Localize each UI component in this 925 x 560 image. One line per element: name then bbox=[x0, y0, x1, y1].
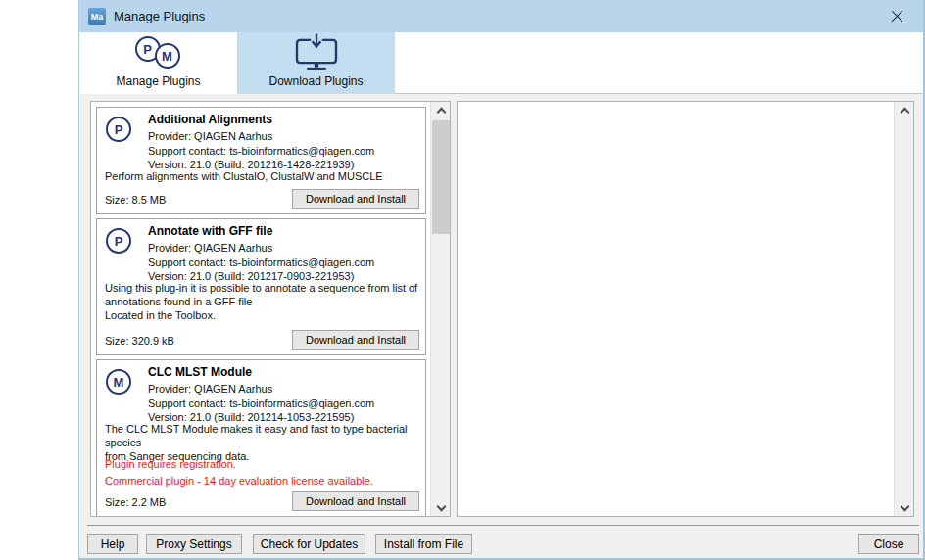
footer-separator bbox=[87, 525, 919, 526]
download-monitor-icon bbox=[293, 32, 340, 70]
manage-plugins-pm-icon: P M bbox=[135, 36, 182, 70]
plugin-list-scrollbar[interactable] bbox=[430, 102, 450, 516]
plugin-list-panel: P Additional Alignments Provider: QIAGEN… bbox=[90, 101, 451, 517]
description-line: Perform alignments with ClustalO, Clusta… bbox=[105, 169, 383, 183]
chevron-up-icon bbox=[436, 107, 446, 117]
description-line: The CLC MLST Module makes it easy and fa… bbox=[105, 422, 425, 449]
tab-label: Download Plugins bbox=[268, 74, 363, 88]
plugin-provider: Provider: QIAGEN Aarhus bbox=[148, 129, 374, 144]
plugin-detail-panel bbox=[457, 101, 914, 517]
tab-manage-plugins[interactable]: P M Manage Plugins bbox=[79, 32, 238, 94]
scroll-up-button[interactable] bbox=[895, 102, 914, 118]
plugin-description: Perform alignments with ClustalO, Clusta… bbox=[105, 169, 383, 183]
plugin-description: Using this plug-in it is possible to ann… bbox=[105, 281, 417, 322]
registration-notice: Plugin requires registration. bbox=[105, 456, 373, 473]
description-line: Located in the Toolbox. bbox=[105, 308, 417, 322]
app-icon: Ma bbox=[88, 8, 106, 25]
titlebar: Ma Manage Plugins bbox=[79, 0, 923, 32]
help-button[interactable]: Help bbox=[87, 534, 138, 554]
description-line: annotations found in a GFF file bbox=[105, 295, 417, 308]
plugin-support: Support contact: ts-bioinformatics@qiage… bbox=[148, 397, 374, 411]
manage-plugins-dialog: Ma Manage Plugins P M Manage Plugins Dow… bbox=[78, 0, 925, 560]
scroll-down-button[interactable] bbox=[431, 499, 451, 516]
plugin-p-icon: P bbox=[106, 117, 131, 142]
close-window-button[interactable] bbox=[882, 0, 911, 32]
plugin-name: Annotate with GFF file bbox=[148, 224, 272, 238]
plugin-meta: Provider: QIAGEN Aarhus Support contact:… bbox=[148, 382, 374, 425]
plugin-size: Size: 2.2 MB bbox=[105, 496, 166, 508]
plugin-entry-clc-mlst-module[interactable]: M CLC MLST Module Provider: QIAGEN Aarhu… bbox=[96, 359, 426, 517]
plugin-p-icon: P bbox=[106, 228, 131, 254]
plugin-support: Support contact: ts-bioinformatics@qiage… bbox=[148, 256, 374, 270]
close-button[interactable]: Close bbox=[858, 534, 919, 554]
tab-strip: P M Manage Plugins Download Plugins bbox=[79, 32, 923, 94]
chevron-down-icon bbox=[436, 501, 446, 511]
plugin-provider: Provider: QIAGEN Aarhus bbox=[148, 241, 374, 256]
description-line: Using this plug-in it is possible to ann… bbox=[105, 281, 417, 295]
detail-scrollbar[interactable] bbox=[894, 102, 913, 516]
close-icon bbox=[891, 10, 903, 23]
plugin-provider: Provider: QIAGEN Aarhus bbox=[148, 382, 374, 397]
pm-circle-m: M bbox=[155, 43, 180, 69]
plugin-entry-annotate-with-gff[interactable]: P Annotate with GFF file Provider: QIAGE… bbox=[96, 218, 426, 355]
plugin-m-icon: M bbox=[106, 369, 131, 395]
plugin-size: Size: 8.5 MB bbox=[105, 194, 166, 206]
plugin-meta: Provider: QIAGEN Aarhus Support contact:… bbox=[148, 129, 374, 172]
download-and-install-button[interactable]: Download and Install bbox=[292, 330, 419, 350]
plugin-name: Additional Alignments bbox=[148, 113, 272, 126]
window-title: Manage Plugins bbox=[114, 9, 205, 23]
plugin-support: Support contact: ts-bioinformatics@qiage… bbox=[148, 144, 374, 159]
check-for-updates-button[interactable]: Check for Updates bbox=[253, 534, 365, 554]
chevron-down-icon bbox=[900, 501, 909, 511]
proxy-settings-button[interactable]: Proxy Settings bbox=[146, 534, 242, 554]
install-from-file-button[interactable]: Install from File bbox=[375, 534, 472, 554]
chevron-up-icon bbox=[900, 107, 909, 117]
plugin-entry-additional-alignments[interactable]: P Additional Alignments Provider: QIAGEN… bbox=[96, 107, 426, 214]
tab-label: Manage Plugins bbox=[116, 74, 200, 88]
plugin-meta: Provider: QIAGEN Aarhus Support contact:… bbox=[148, 241, 374, 284]
scroll-down-button[interactable] bbox=[895, 499, 914, 516]
download-and-install-button[interactable]: Download and Install bbox=[292, 491, 419, 511]
scroll-up-button[interactable] bbox=[431, 102, 451, 118]
tab-download-plugins[interactable]: Download Plugins bbox=[238, 32, 395, 94]
commercial-notice: Commercial plugin - 14 day evaluation li… bbox=[105, 473, 373, 490]
plugin-size: Size: 320.9 kB bbox=[105, 335, 174, 347]
scrollbar-thumb[interactable] bbox=[432, 120, 450, 234]
plugin-notices: Plugin requires registration. Commercial… bbox=[105, 456, 373, 490]
download-and-install-button[interactable]: Download and Install bbox=[292, 189, 419, 209]
plugin-name: CLC MLST Module bbox=[148, 365, 252, 379]
